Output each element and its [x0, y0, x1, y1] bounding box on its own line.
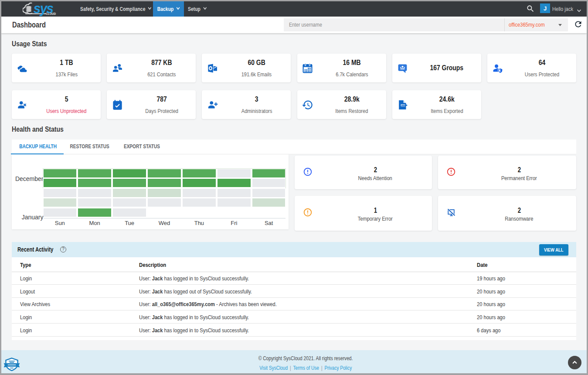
svg-text:CLOUD: CLOUD	[46, 12, 56, 15]
